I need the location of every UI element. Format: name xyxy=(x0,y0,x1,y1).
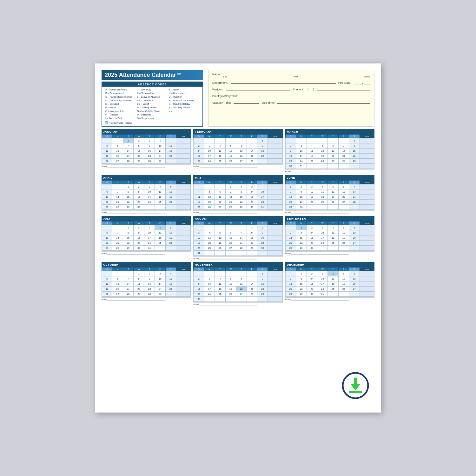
day-cell: 20 xyxy=(102,200,112,205)
svg-rect-3 xyxy=(349,391,362,393)
day-cell: 30 xyxy=(307,246,317,251)
day-cell: 9 xyxy=(134,230,144,235)
day-cell: 25 xyxy=(215,292,225,297)
day-header: S xyxy=(349,135,360,138)
day-cell: 18 xyxy=(328,281,338,287)
day-cell xyxy=(285,271,296,276)
total-cell xyxy=(268,241,282,246)
day-cell: 10 xyxy=(204,281,215,287)
day-cell: 24 xyxy=(194,246,204,251)
month-header: SEPTEMBER xyxy=(285,216,374,221)
code-item: I – Illness - Self xyxy=(105,116,136,120)
day-cell: 5 xyxy=(215,230,225,235)
day-header: T xyxy=(236,268,247,271)
day-cell: 7 xyxy=(247,276,257,281)
total-cell xyxy=(360,292,374,297)
month-table: SMTWTFSTotal1234567891011121314151617181… xyxy=(193,180,282,210)
day-cell: 25 xyxy=(155,200,165,205)
total-cell xyxy=(268,297,282,302)
day-cell: 26 xyxy=(225,159,236,164)
day-cell xyxy=(204,297,215,302)
day-cell: 9 xyxy=(296,189,307,195)
day-cell: 15 xyxy=(236,195,247,200)
day-cell: 28 xyxy=(349,200,360,205)
day-cell: 17 xyxy=(317,235,327,241)
total-cell xyxy=(360,189,374,195)
phone-label: Phone #: xyxy=(293,88,304,91)
table-row: 2345678 xyxy=(194,143,282,149)
day-header: T xyxy=(144,181,155,184)
day-cell xyxy=(328,138,338,143)
day-cell: 22 xyxy=(123,200,133,205)
day-cell: 9 xyxy=(144,276,155,281)
day-cell: 5 xyxy=(165,184,176,189)
month-block: MARCHSMTWTFSTotal12345678910111213141516… xyxy=(285,129,374,173)
day-cell: 17 xyxy=(155,281,165,287)
table-row: 15161718192021 xyxy=(285,195,374,200)
total-cell xyxy=(176,143,191,149)
day-cell xyxy=(215,138,225,143)
day-cell xyxy=(225,297,236,302)
table-row: 78910111213 xyxy=(285,230,374,235)
table-row: 3456789 xyxy=(194,230,282,235)
day-cell xyxy=(165,292,176,297)
calendars-grid: JANUARYSMTWTFSTotal123456789101112131415… xyxy=(102,129,374,306)
sick-line xyxy=(277,100,370,104)
day-cell: 4 xyxy=(155,138,165,143)
day-header: S xyxy=(102,135,112,138)
total-cell xyxy=(176,281,191,287)
day-cell xyxy=(338,164,349,169)
download-overlay[interactable] xyxy=(340,371,371,403)
day-cell: 24 xyxy=(155,154,165,159)
day-header: W xyxy=(134,135,144,138)
day-cell xyxy=(215,184,225,189)
day-cell xyxy=(204,271,215,276)
day-header: T xyxy=(123,221,133,225)
day-cell: 30 xyxy=(134,246,144,251)
month-header: JUNE xyxy=(285,175,374,180)
day-cell: 13 xyxy=(236,281,247,287)
day-cell: 28 xyxy=(225,205,236,210)
table-row: 1 xyxy=(194,271,282,276)
day-header: T xyxy=(215,221,225,225)
day-cell: 11 xyxy=(155,189,165,195)
day-cell: 6 xyxy=(236,143,247,149)
day-header: T xyxy=(236,221,247,225)
day-cell: 27 xyxy=(349,241,360,246)
day-cell: 11 xyxy=(165,143,176,149)
total-cell xyxy=(176,154,191,159)
day-cell xyxy=(349,164,360,169)
day-header: W xyxy=(134,221,144,225)
day-cell: 21 xyxy=(349,195,360,200)
day-header: M xyxy=(204,268,215,271)
day-cell: 28 xyxy=(247,159,257,164)
table-row: 10111213141516 xyxy=(194,235,282,241)
table-row: 12345 xyxy=(102,225,191,230)
day-header: F xyxy=(247,268,257,271)
day-cell: 13 xyxy=(349,276,360,281)
day-header: T xyxy=(215,181,225,184)
emp-row: Employee/Payroll #: xyxy=(212,93,370,98)
day-cell: 21 xyxy=(285,241,296,246)
day-cell: 9 xyxy=(194,149,204,154)
day-cell: 4 xyxy=(155,225,165,230)
total-cell xyxy=(360,271,374,276)
day-cell: 5 xyxy=(102,276,112,281)
notes-row: Notes___________________________________… xyxy=(102,210,191,214)
day-cell: 10 xyxy=(296,149,307,154)
day-cell: 1 xyxy=(296,271,307,276)
month-header: JANUARY xyxy=(102,129,191,134)
total-cell xyxy=(176,184,191,189)
day-cell: 26 xyxy=(165,200,176,205)
day-cell: 4 xyxy=(204,230,215,235)
day-cell: 14 xyxy=(285,281,296,287)
day-cell: 19 xyxy=(102,287,112,292)
day-cell: 1 xyxy=(285,184,296,189)
day-cell xyxy=(102,271,112,276)
day-cell: 5 xyxy=(225,276,236,281)
day-cell: 2 xyxy=(307,225,317,230)
day-cell: 29 xyxy=(257,292,268,297)
day-cell xyxy=(215,271,225,276)
day-cell: 23 xyxy=(144,287,155,292)
hire-label: Hire Date: xyxy=(338,81,351,84)
